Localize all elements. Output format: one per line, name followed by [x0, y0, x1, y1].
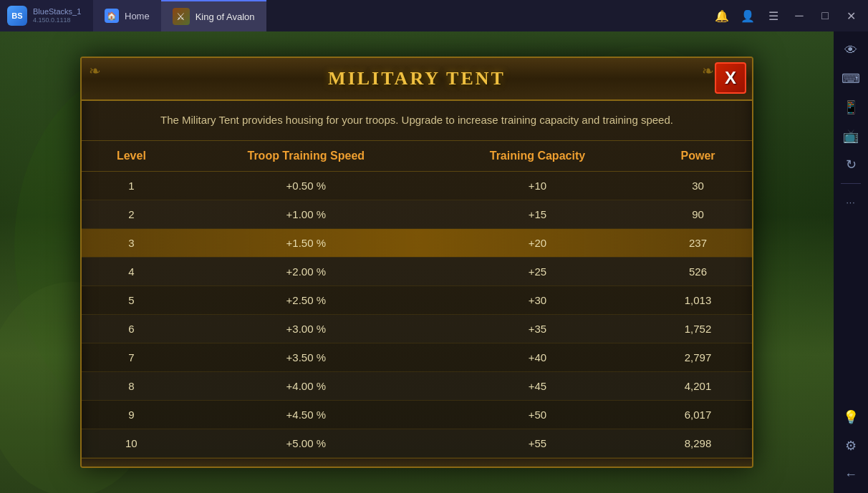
cell-row4-col4: 526: [644, 257, 752, 285]
dialog-header: ❧ MILITARY TENT ❧ X: [82, 58, 752, 101]
cell-row9-col2: +4.50 %: [181, 400, 431, 429]
cell-row7-col1: 7: [82, 343, 181, 371]
cell-row9-col3: +50: [431, 400, 644, 429]
cell-row8-col4: 4,201: [644, 371, 752, 400]
cell-row1-col1: 1: [82, 171, 181, 200]
cell-row9-col1: 9: [82, 400, 181, 429]
table-row: 3+1.50 %+20237: [82, 228, 752, 257]
cell-row6-col4: 1,752: [644, 314, 752, 343]
dialog-footer: [82, 458, 752, 467]
table-row: 8+4.00 %+454,201: [82, 371, 752, 400]
right-sidebar: 👁 ⌨ 📱 📺 ↻ ··· 💡 ⚙ ←: [834, 31, 868, 493]
cell-row8-col3: +45: [431, 371, 644, 400]
table-row: 6+3.00 %+351,752: [82, 314, 752, 343]
col-header-speed: Troop Training Speed: [181, 141, 431, 172]
cell-row1-col2: +0.50 %: [181, 171, 431, 200]
table-row: 10+5.00 %+558,298: [82, 429, 752, 457]
game-background: ❧ MILITARY TENT ❧ X The Military Tent pr…: [0, 31, 834, 493]
cell-row5-col1: 5: [82, 285, 181, 314]
home-tab-icon: 🏠: [105, 9, 119, 23]
close-button[interactable]: ✕: [839, 4, 862, 27]
cell-row2-col4: 90: [644, 200, 752, 228]
tv-sidebar-button[interactable]: 📺: [838, 123, 864, 149]
cell-row1-col4: 30: [644, 171, 752, 200]
cell-row5-col4: 1,013: [644, 285, 752, 314]
topbar: BS BlueStacks_1 4.150.0.1118 🏠 Home ⚔ Ki…: [0, 0, 868, 31]
stats-table-container: Level Troop Training Speed Training Capa…: [82, 141, 752, 458]
table-row: 2+1.00 %+1590: [82, 200, 752, 228]
cell-row2-col2: +1.00 %: [181, 200, 431, 228]
settings-sidebar-button[interactable]: ⚙: [838, 433, 864, 459]
dialog-title: MILITARY TENT: [328, 68, 506, 89]
cell-row6-col1: 6: [82, 314, 181, 343]
cell-row3-col4: 237: [644, 228, 752, 257]
cell-row7-col4: 2,797: [644, 343, 752, 371]
tab-game[interactable]: ⚔ King of Avalon: [161, 0, 266, 31]
cell-row10-col1: 10: [82, 429, 181, 457]
game-tab-icon: ⚔: [173, 8, 190, 25]
cell-row2-col1: 2: [82, 200, 181, 228]
cell-row2-col3: +15: [431, 200, 644, 228]
cell-row7-col2: +3.50 %: [181, 343, 431, 371]
refresh-sidebar-button[interactable]: ↻: [838, 152, 864, 177]
col-header-power: Power: [644, 141, 752, 172]
dialog-description: The Military Tent provides housing for y…: [82, 101, 752, 141]
cell-row10-col3: +55: [431, 429, 644, 457]
menu-button[interactable]: ☰: [762, 4, 785, 27]
bs-icon: BS: [7, 6, 27, 26]
cell-row3-col3: +20: [431, 228, 644, 257]
table-row: 7+3.50 %+402,797: [82, 343, 752, 371]
col-header-capacity: Training Capacity: [431, 141, 644, 172]
table-header-row: Level Troop Training Speed Training Capa…: [82, 141, 752, 172]
back-sidebar-button[interactable]: ←: [838, 462, 864, 487]
cell-row1-col3: +10: [431, 171, 644, 200]
cell-row6-col2: +3.00 %: [181, 314, 431, 343]
cell-row8-col1: 8: [82, 371, 181, 400]
close-dialog-button[interactable]: X: [715, 62, 746, 94]
game-tab-label: King of Avalon: [196, 11, 255, 22]
cell-row5-col3: +30: [431, 285, 644, 314]
cell-row4-col1: 4: [82, 257, 181, 285]
bluestacks-logo: BS BlueStacks_1 4.150.0.1118: [0, 0, 93, 31]
col-header-level: Level: [82, 141, 181, 172]
table-row: 5+2.50 %+301,013: [82, 285, 752, 314]
bs-text: BlueStacks_1 4.150.0.1118: [33, 7, 81, 24]
maximize-button[interactable]: □: [814, 4, 836, 27]
table-row: 9+4.50 %+506,017: [82, 400, 752, 429]
corner-decoration-tr: ❧: [699, 62, 716, 79]
account-button[interactable]: 👤: [736, 4, 759, 27]
stats-table: Level Troop Training Speed Training Capa…: [82, 141, 752, 458]
tab-home[interactable]: 🏠 Home: [93, 0, 161, 31]
cell-row10-col2: +5.00 %: [181, 429, 431, 457]
cell-row3-col1: 3: [82, 228, 181, 257]
cell-row4-col2: +2.00 %: [181, 257, 431, 285]
cell-row4-col3: +25: [431, 257, 644, 285]
military-tent-dialog: ❧ MILITARY TENT ❧ X The Military Tent pr…: [80, 57, 753, 468]
sidebar-divider: [841, 183, 861, 184]
minimize-button[interactable]: ─: [788, 4, 811, 27]
cell-row7-col3: +40: [431, 343, 644, 371]
table-row: 1+0.50 %+1030: [82, 171, 752, 200]
cell-row3-col2: +1.50 %: [181, 228, 431, 257]
cell-row8-col2: +4.00 %: [181, 371, 431, 400]
cell-row5-col2: +2.50 %: [181, 285, 431, 314]
home-tab-label: Home: [125, 11, 150, 21]
corner-decoration-tl: ❧: [86, 62, 103, 79]
notification-button[interactable]: 🔔: [710, 4, 733, 27]
dialog-overlay: ❧ MILITARY TENT ❧ X The Military Tent pr…: [0, 31, 834, 493]
table-row: 4+2.00 %+25526: [82, 257, 752, 285]
eye-sidebar-button[interactable]: 👁: [838, 37, 864, 63]
keyboard-sidebar-button[interactable]: ⌨: [838, 66, 864, 92]
bulb-sidebar-button[interactable]: 💡: [838, 404, 864, 430]
cell-row9-col4: 6,017: [644, 400, 752, 429]
topbar-controls: 🔔 👤 ☰ ─ □ ✕: [710, 4, 868, 27]
cell-row10-col4: 8,298: [644, 429, 752, 457]
cell-row6-col3: +35: [431, 314, 644, 343]
more-sidebar-button[interactable]: ···: [838, 190, 864, 215]
phone-sidebar-button[interactable]: 📱: [838, 94, 864, 120]
